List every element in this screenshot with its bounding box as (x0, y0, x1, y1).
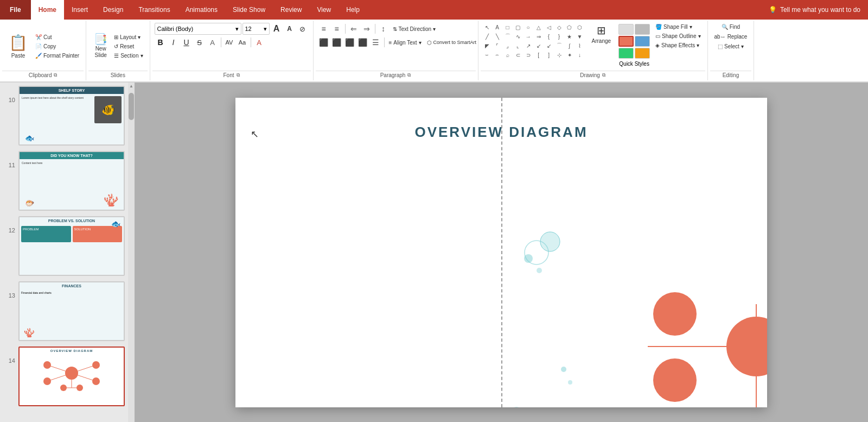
tab-slideshow[interactable]: Slide Show (225, 0, 273, 20)
shape-select-icon[interactable]: ↖ (483, 23, 492, 32)
reset-button[interactable]: ↺ Reset (112, 42, 145, 51)
shape-b7-icon[interactable]: ] (545, 51, 553, 59)
shape-t7-icon[interactable]: ↙ (545, 41, 553, 50)
tab-view[interactable]: View (309, 0, 339, 20)
qs-item-4[interactable] (635, 36, 650, 47)
qs-item-1[interactable] (618, 24, 634, 35)
shape-hex-icon[interactable]: ⬡ (576, 23, 584, 32)
align-text-button[interactable]: ≡ Align Text ▾ (387, 39, 424, 47)
shape-arc-icon[interactable]: ⌒ (503, 32, 512, 41)
tab-help[interactable]: Help (339, 0, 367, 20)
tab-transitions[interactable]: Transitions (131, 0, 177, 20)
tab-file[interactable]: File (0, 0, 31, 20)
slide-item-10[interactable]: 10 SHELF STORY Lorem ipsum text here abo… (4, 85, 126, 147)
slide-thumb-14[interactable]: OVERVIEW DIAGRAM (18, 347, 125, 406)
font-grow-button[interactable]: A (271, 23, 283, 35)
qs-item-5[interactable] (618, 48, 634, 59)
format-painter-button[interactable]: 🖌️ Format Painter (33, 52, 81, 60)
shape-outline-button[interactable]: ▭ Shape Outline ▾ (653, 32, 703, 40)
scroll-thumb[interactable] (129, 93, 134, 120)
shape-t3-icon[interactable]: ⌟ (503, 41, 512, 50)
bold-button[interactable]: B (155, 36, 167, 48)
find-button[interactable]: 🔍 Find (719, 23, 742, 31)
clipboard-expand-icon[interactable]: ⧉ (54, 72, 57, 78)
tell-me-bar[interactable]: 💡 Tell me what you want to do (761, 0, 868, 20)
shape-arrow-icon[interactable]: → (524, 32, 533, 41)
shape-rect-icon[interactable]: □ (503, 23, 512, 32)
align-center-button[interactable]: ⬛ (331, 36, 343, 48)
scroll-up-arrow[interactable]: ▲ (129, 83, 133, 89)
new-slide-button[interactable]: 📑 NewSlide (91, 32, 111, 60)
shape-l2-icon[interactable]: ╲ (493, 32, 502, 41)
paragraph-expand-icon[interactable]: ⧉ (407, 72, 411, 78)
align-right-button[interactable]: ⬛ (344, 36, 356, 48)
cut-button[interactable]: ✂️ Cut (33, 33, 81, 41)
shape-wave-icon[interactable]: ∿ (514, 32, 522, 41)
font-clear-button[interactable]: ⊘ (297, 23, 309, 35)
shape-l1-icon[interactable]: ╱ (483, 32, 492, 41)
slide-thumb-11[interactable]: DID YOU KNOW THAT? Content text here 🪸 🐡 (18, 151, 125, 211)
shape-more-icon[interactable]: ▼ (576, 32, 584, 41)
slide-item-13[interactable]: 13 FINANCES Financial data and charts 🪸 (4, 280, 126, 342)
shape-t4-icon[interactable]: ⌞ (514, 41, 522, 50)
copy-button[interactable]: 📄 Copy (33, 42, 81, 51)
shape-star-icon[interactable]: ★ (565, 32, 574, 41)
shape-b3-icon[interactable]: ⌕ (503, 51, 512, 59)
change-case-button[interactable]: Aa (237, 36, 248, 48)
shape-rrect-icon[interactable]: ▢ (514, 23, 522, 32)
strikethrough-button[interactable]: S (194, 36, 206, 48)
drawing-expand-icon[interactable]: ⧉ (602, 72, 605, 78)
shape-bracket2-icon[interactable]: } (555, 32, 564, 41)
decrease-indent-button[interactable]: ⇐ (348, 23, 360, 35)
qs-item-6[interactable] (635, 48, 650, 59)
font-size-selector[interactable]: 12 ▾ (242, 23, 270, 35)
shape-diamond-icon[interactable]: ◇ (555, 23, 564, 32)
bullets-button[interactable]: ≡ (318, 23, 330, 35)
slide-thumb-13[interactable]: FINANCES Financial data and charts 🪸 (18, 281, 125, 341)
slide-item-14[interactable]: 14 OVERVIEW DIAGRAM (4, 345, 126, 407)
shape-t8-icon[interactable]: ⌒ (555, 41, 564, 50)
italic-button[interactable]: I (168, 36, 180, 48)
tab-insert[interactable]: Insert (64, 0, 95, 20)
qs-item-2[interactable] (635, 24, 650, 35)
numbering-button[interactable]: ≡ (331, 23, 343, 35)
increase-indent-button[interactable]: ⇒ (361, 23, 373, 35)
character-spacing-button[interactable]: AV (224, 36, 235, 48)
shape-t6-icon[interactable]: ↙ (534, 41, 543, 50)
shape-t9-icon[interactable]: ∫ (565, 41, 574, 50)
shape-b10-icon[interactable]: ↓ (576, 51, 584, 59)
shape-t1-icon[interactable]: ◤ (483, 41, 492, 50)
shape-t10-icon[interactable]: ⌇ (576, 41, 584, 50)
shape-rtriangle-icon[interactable]: ◁ (545, 23, 553, 32)
slide-thumb-10[interactable]: SHELF STORY Lorem ipsum text here about … (18, 86, 125, 146)
arrange-button[interactable]: ⊞ Arrange (588, 23, 616, 45)
slide-thumb-12[interactable]: PROBLEM VS. SOLUTION PROBLEM SOLUTION 🐟 (18, 216, 125, 276)
font-color-button[interactable]: A (253, 36, 265, 48)
tab-animations[interactable]: Animations (178, 0, 225, 20)
replace-button[interactable]: ab↔ Replace (712, 33, 750, 41)
shape-b5-icon[interactable]: ⊃ (524, 51, 533, 59)
shape-b4-icon[interactable]: ⊂ (514, 51, 522, 59)
shape-pent-icon[interactable]: ⬠ (565, 23, 574, 32)
shape-b1-icon[interactable]: ⌣ (483, 51, 492, 59)
shape-fill-button[interactable]: 🪣 Shape Fill ▾ (653, 23, 703, 31)
shape-effects-button[interactable]: ◈ Shape Effects ▾ (653, 41, 703, 49)
slide-canvas[interactable]: ↖ OVERVIEW DIAGRAM (235, 98, 767, 407)
slide-item-11[interactable]: 11 DID YOU KNOW THAT? Content text here … (4, 150, 126, 212)
shape-bracket1-icon[interactable]: { (545, 32, 553, 41)
shape-triangle-icon[interactable]: △ (534, 23, 543, 32)
shape-t5-icon[interactable]: ↗ (524, 41, 533, 50)
text-direction-button[interactable]: ⇅ Text Direction ▾ (391, 25, 438, 33)
panel-scrollbar[interactable]: ▲ (128, 83, 135, 422)
justify-button[interactable]: ⬛ (357, 36, 369, 48)
qs-item-3[interactable] (618, 36, 634, 47)
shape-t2-icon[interactable]: ⌜ (493, 41, 502, 50)
line-spacing-button[interactable]: ↕ (378, 23, 390, 35)
tab-design[interactable]: Design (95, 0, 131, 20)
font-name-selector[interactable]: Calibri (Body) ▾ (155, 23, 241, 35)
convert-smartart-button[interactable]: ⬡ Convert to SmartArt (425, 39, 474, 47)
layout-button[interactable]: ⊞ Layout ▾ (112, 33, 145, 41)
columns-button[interactable]: ☰ (370, 36, 382, 48)
shape-b9-icon[interactable]: ✦ (565, 51, 574, 59)
shape-b6-icon[interactable]: [ (534, 51, 543, 59)
